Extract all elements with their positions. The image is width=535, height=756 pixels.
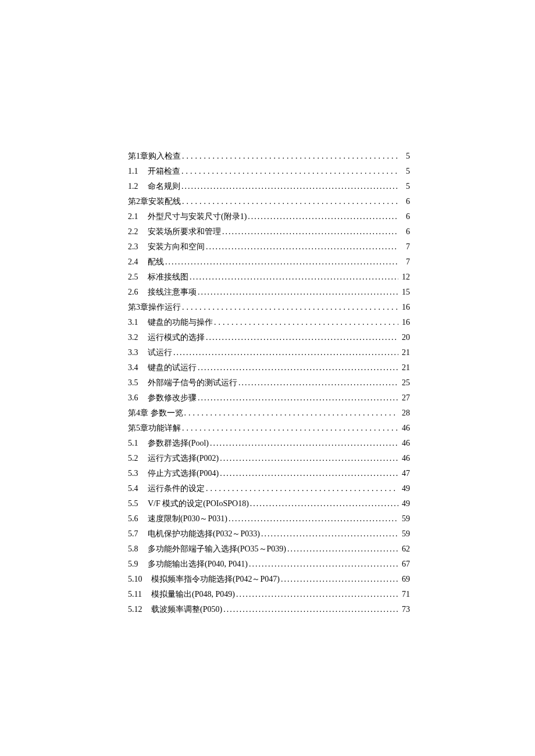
toc-title: 模拟量输出(P048, P049)	[151, 589, 235, 600]
toc-leader: ........................................…	[214, 318, 398, 327]
toc-number: 3.4	[128, 363, 148, 372]
toc-row: 1.2命名规则.................................…	[128, 181, 410, 196]
toc-number: 2.5	[128, 273, 148, 282]
toc-title: 参数修改步骤	[148, 393, 197, 403]
toc-number: 5.8	[128, 544, 148, 554]
toc-title: 第1章购入检查	[128, 151, 181, 162]
toc-leader: ........................................…	[281, 575, 398, 584]
toc-row: 第5章功能详解.................................…	[128, 423, 410, 438]
toc-number: 2.4	[128, 257, 148, 267]
toc-number: 3.5	[128, 378, 148, 388]
toc-row: 3.6参数修改步骤...............................…	[128, 393, 410, 408]
toc-number: 3.3	[128, 348, 148, 357]
toc-leader: ........................................…	[182, 152, 398, 161]
toc-leader: ........................................…	[250, 499, 398, 508]
toc-page: 7	[400, 257, 410, 267]
toc-row: 5.12载波频率调整(P050)........................…	[128, 604, 410, 619]
toc-page: 28	[400, 409, 410, 418]
toc-title: 外型尺寸与安装尺寸(附录1)	[148, 212, 247, 222]
toc-title: 模拟频率指令功能选择(P042～P047)	[151, 574, 280, 585]
toc-title: 开箱检查	[148, 166, 180, 177]
toc-title: 多功能外部端子输入选择(PO35～P039)	[148, 544, 286, 554]
toc-leader: ........................................…	[181, 167, 398, 176]
toc-leader: ........................................…	[198, 393, 398, 403]
toc-page: 12	[400, 273, 410, 282]
toc-leader: ........................................…	[220, 469, 398, 478]
toc-title: 运行模式的选择	[148, 332, 205, 343]
toc-title: 键盘的试运行	[148, 363, 197, 373]
toc-leader: ........................................…	[287, 544, 398, 554]
toc-row: 5.11模拟量输出(P048, P049)...................…	[128, 589, 410, 604]
toc-leader: ........................................…	[210, 439, 398, 448]
toc-row: 5.10模拟频率指令功能选择(P042～P047)...............…	[128, 574, 410, 589]
toc-number: 5.11	[128, 590, 151, 599]
toc-page: 20	[400, 333, 410, 342]
table-of-contents: 第1章购入检查.................................…	[128, 151, 410, 619]
toc-title: 速度限制(P030～P031)	[148, 514, 227, 524]
toc-page: 59	[400, 529, 410, 539]
toc-page: 21	[400, 348, 410, 357]
toc-title: 外部端子信号的测试运行	[148, 378, 237, 388]
toc-title: 命名规则	[148, 181, 180, 192]
toc-leader: ........................................…	[236, 590, 398, 599]
toc-leader: ........................................…	[190, 273, 398, 282]
toc-leader: ........................................…	[182, 424, 398, 433]
toc-title: 运行条件的设定	[148, 483, 205, 494]
toc-page: 16	[400, 318, 410, 327]
toc-title: V/F 模式的设定(POIoSPO18)	[148, 499, 249, 509]
toc-title: 第2章安装配线	[128, 196, 181, 207]
toc-number: 5.3	[128, 469, 148, 478]
toc-title: 第3章操作运行	[128, 302, 181, 313]
toc-row: 5.1参数群选择(Pool)..........................…	[128, 438, 410, 453]
toc-number: 2.2	[128, 227, 148, 237]
toc-page: 6	[400, 197, 410, 206]
toc-leader: ........................................…	[173, 348, 398, 357]
toc-title: 多功能输出选择(P040, P041)	[148, 559, 248, 569]
toc-title: 第5章功能详解	[128, 423, 181, 433]
toc-leader: ........................................…	[184, 409, 399, 418]
toc-page: 73	[400, 605, 410, 614]
toc-row: 5.5V/F 模式的设定(POIoSPO18).................…	[128, 499, 410, 514]
toc-title: 键盘的功能与操作	[148, 317, 213, 328]
toc-leader: ........................................…	[182, 197, 398, 206]
toc-row: 5.8多功能外部端子输入选择(PO35～P039)...............…	[128, 544, 410, 559]
toc-number: 5.2	[128, 454, 148, 463]
toc-leader: ........................................…	[249, 560, 398, 569]
toc-title: 运行方式选择(P002)	[148, 453, 219, 464]
toc-row: 第3章操作运行.................................…	[128, 302, 410, 317]
toc-row: 3.4键盘的试运行...............................…	[128, 363, 410, 378]
toc-row: 第4章 参数一览................................…	[128, 408, 410, 423]
toc-title: 载波频率调整(P050)	[151, 604, 222, 615]
toc-number: 3.6	[128, 393, 148, 403]
toc-leader: ........................................…	[198, 363, 398, 372]
toc-row: 第1章购入检查.................................…	[128, 151, 410, 166]
toc-page: 7	[400, 242, 410, 252]
toc-title: 接线注意事项	[148, 287, 197, 298]
toc-number: 2.6	[128, 288, 148, 297]
toc-row: 5.3停止方式选择(P004).........................…	[128, 468, 410, 483]
toc-leader: ........................................…	[220, 454, 398, 463]
toc-page: 46	[400, 454, 410, 463]
toc-number: 5.6	[128, 514, 148, 524]
toc-title: 参数群选择(Pool)	[148, 438, 209, 449]
toc-page: 6	[400, 227, 410, 237]
toc-leader: ........................................…	[238, 378, 398, 388]
toc-page: 49	[400, 484, 410, 493]
toc-number: 5.1	[128, 439, 148, 448]
toc-leader: ........................................…	[261, 529, 398, 539]
toc-row: 3.5外部端子信号的测试运行..........................…	[128, 378, 410, 393]
toc-leader: ........................................…	[206, 333, 398, 342]
toc-leader: ........................................…	[206, 484, 398, 493]
toc-leader: ........................................…	[223, 605, 398, 614]
toc-page: 5	[400, 182, 410, 191]
toc-row: 5.6速度限制(P030～P031)......................…	[128, 514, 410, 529]
toc-page: 46	[400, 424, 410, 433]
toc-number: 3.2	[128, 333, 148, 342]
toc-page: 71	[400, 590, 410, 599]
toc-page: 21	[400, 363, 410, 372]
toc-page: 49	[400, 499, 410, 508]
toc-page: 59	[400, 514, 410, 524]
toc-page: 25	[400, 378, 410, 388]
toc-row: 2.4配线...................................…	[128, 257, 410, 272]
toc-number: 5.7	[128, 529, 148, 539]
